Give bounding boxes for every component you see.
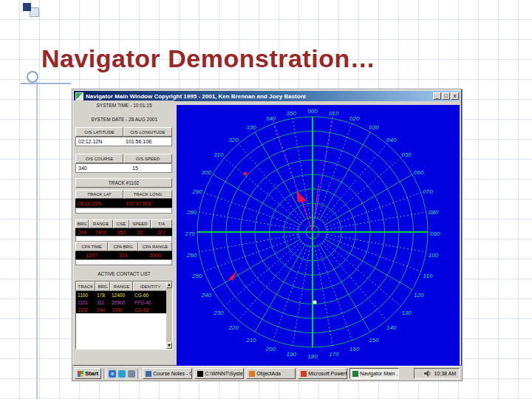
bearing-label: 130 — [401, 310, 412, 316]
bearing-label: 180 — [307, 353, 318, 360]
speaker-icon[interactable] — [424, 370, 431, 377]
taskbar-button-microsoft-powerp[interactable]: Microsoft PowerP... — [298, 368, 347, 379]
contact-row[interactable]: 110017812400CG-60 — [76, 291, 168, 299]
start-button[interactable]: Start — [75, 368, 101, 379]
bearing-label: 320 — [229, 137, 239, 143]
radar-display[interactable]: 0000100200300400500600700800901001101201… — [177, 105, 460, 366]
windows-logo-icon — [78, 371, 83, 377]
cpa-table: CPA TIMECPA BRGCPA RANGE 12073033900 — [75, 242, 172, 265]
column-header: CPA TIME — [75, 242, 108, 251]
bearing-label: 280 — [186, 209, 197, 216]
quicklaunch-icon-1[interactable]: e — [109, 370, 116, 378]
template-horizontal-rule — [21, 83, 71, 84]
quicklaunch-icon-3[interactable] — [128, 370, 135, 378]
system-tray: 10:38 AM — [414, 368, 460, 379]
column-header: CPA RANGE — [138, 242, 172, 251]
bearing-label: 170 — [329, 351, 339, 358]
bearing-label: 350 — [286, 110, 296, 117]
os-latitude-value: 02:12.12N — [76, 137, 123, 146]
track-position-table: TRACK LAT TRACK LONG 05:10.25N 101:47.50… — [75, 190, 172, 214]
slide-title: Navigator Demonstration… — [41, 44, 375, 73]
bearing-label: 040 — [386, 137, 397, 143]
column-header: CSE — [113, 219, 129, 228]
os-course-value: 340 — [76, 164, 123, 172]
bearing-label: 210 — [245, 337, 256, 344]
value-cell: 7900 — [110, 306, 133, 313]
value-cell: 12400 — [110, 291, 133, 299]
value-cell: CG-68 — [133, 306, 168, 313]
taskbar-divider — [137, 369, 140, 379]
ownship-position-table: O/S LATITUDE O/S LONGITUDE 02:12.12N 101… — [75, 127, 172, 146]
system-date-label: SYSTEM DATE - 28 AUG 2001 — [74, 117, 174, 122]
bearing-label: 270 — [184, 231, 195, 237]
template-square-navy — [23, 3, 31, 11]
bearing-label: 070 — [423, 188, 433, 195]
active-contact-list-title: ACTIVE CONTACT LIST — [74, 271, 174, 276]
bearing-label: 030 — [369, 124, 379, 131]
bearing-label: 250 — [191, 273, 202, 279]
track-kinematics-table: BRGRANGECSESPEEDT/A 244790035022207 — [75, 219, 172, 242]
contact-dot-red[interactable] — [244, 172, 248, 176]
column-header: RANGE — [89, 219, 113, 228]
track-lat-value: 05:10.25N — [75, 199, 123, 208]
quicklaunch-icon-2[interactable] — [118, 370, 126, 378]
scroll-up-button[interactable] — [166, 282, 172, 288]
value-cell: 207 — [151, 228, 172, 236]
value-cell: 178 — [95, 291, 110, 299]
taskbar-button-c-winnt-system[interactable]: C:\WINNT\System... — [194, 368, 244, 379]
taskbar-button-course-notes-c3[interactable]: Course Notes - C3 — [143, 368, 192, 379]
column-header: T/A — [151, 219, 172, 228]
maximize-icon[interactable]: □ — [442, 92, 450, 100]
data-panel: SYSTEM TIME - 10:01:15 SYSTEM DATE - 28 … — [74, 100, 174, 364]
windows-taskbar: Start e Course Notes - C3C:\WINNT\System… — [72, 366, 462, 381]
bearing-label: 200 — [265, 346, 276, 352]
taskbar-button-navigator-main[interactable]: Navigator Main ... — [349, 368, 399, 379]
bearing-label: 300 — [202, 169, 212, 176]
bearing-label: 150 — [369, 337, 379, 344]
active-contact-list[interactable]: TRACKBRGRANGEIDENTITY 110017812400CG-601… — [75, 281, 173, 349]
value-cell: 1101 — [76, 299, 95, 306]
value-cell: 7900 — [89, 228, 113, 236]
column-header: TRACK — [76, 282, 95, 291]
window-titlebar[interactable]: Navigator Main Window Copyright 1995 - 2… — [74, 91, 460, 101]
bearing-label: 340 — [266, 115, 276, 122]
minimize-icon[interactable]: _ — [433, 92, 441, 100]
system-time-label: SYSTEM TIME - 10:01:15 — [74, 103, 174, 108]
scroll-down-button[interactable] — [166, 342, 172, 349]
console-icon — [197, 371, 203, 377]
close-icon[interactable]: x — [451, 92, 459, 100]
task-label: Microsoft PowerP... — [308, 371, 347, 376]
value-cell: 244 — [95, 306, 110, 313]
column-header: RANGE — [110, 282, 133, 291]
task-label: Course Notes - C3 — [153, 371, 192, 376]
value-cell: 20900 — [110, 299, 133, 306]
bearing-label: 100 — [429, 252, 439, 259]
track-title: TRACK #1102 — [75, 178, 172, 188]
bearing-label: 010 — [329, 110, 339, 117]
contact-row[interactable]: 11022447900CG-68 — [76, 306, 168, 313]
os-longitude-value: 101:56.10E — [123, 137, 171, 146]
ownship-motion-table: O/S COURSE O/S SPEED 340 15 — [75, 154, 172, 173]
contact-list-scrollbar[interactable] — [166, 282, 172, 349]
bearing-label: 260 — [186, 252, 197, 259]
os-speed-header: O/S SPEED — [123, 154, 172, 163]
value-cell: 1102 — [76, 306, 95, 313]
taskbar-button-objectada[interactable]: ObjectAda — [246, 368, 296, 379]
template-vertical-rule — [36, 81, 38, 399]
track-long-value: 101:47.50E — [123, 199, 172, 208]
powerpoint-icon — [301, 371, 307, 377]
app-icon — [75, 92, 83, 100]
taskbar-divider — [103, 369, 106, 379]
value-cell: FFG-40 — [133, 299, 168, 306]
column-header: IDENTITY — [133, 282, 168, 291]
value-cell: 22 — [129, 228, 151, 236]
bearing-label: 110 — [423, 273, 433, 279]
task-label: Navigator Main ... — [360, 371, 399, 376]
value-cell: CG-60 — [133, 291, 168, 299]
bearing-label: 000 — [307, 108, 318, 115]
taskbar-clock[interactable]: 10:38 AM — [434, 371, 456, 376]
contact-dot-white[interactable] — [313, 301, 317, 304]
contact-row[interactable]: 110131120900FFG-40 — [76, 299, 168, 306]
os-longitude-header: O/S LONGITUDE — [123, 127, 172, 137]
os-latitude-header: O/S LATITUDE — [75, 127, 123, 137]
